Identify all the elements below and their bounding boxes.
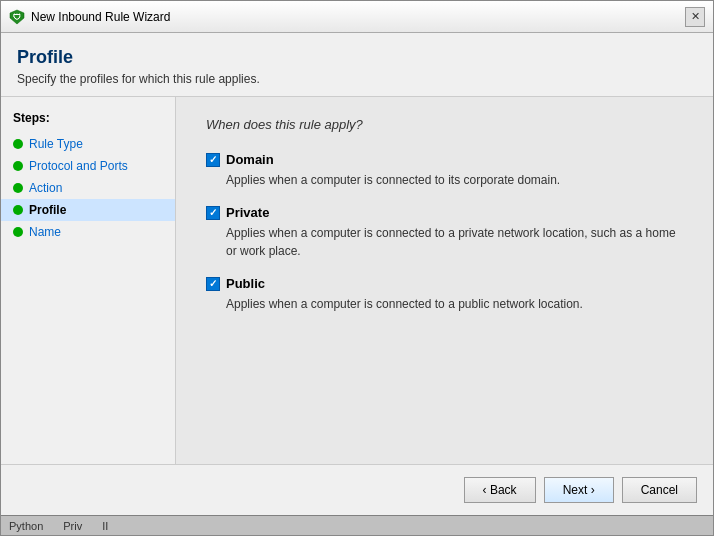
domain-checkbox[interactable] (206, 153, 220, 167)
private-description: Applies when a computer is connected to … (206, 224, 683, 260)
domain-description: Applies when a computer is connected to … (206, 171, 683, 189)
title-bar-left: 🛡 New Inbound Rule Wizard (9, 9, 170, 25)
sidebar-item-profile[interactable]: Profile (1, 199, 175, 221)
step-label-action: Action (29, 181, 62, 195)
close-button[interactable]: ✕ (685, 7, 705, 27)
public-checkbox[interactable] (206, 277, 220, 291)
domain-option-row: Domain (206, 152, 683, 167)
header-section: Profile Specify the profiles for which t… (1, 33, 713, 97)
content-question: When does this rule apply? (206, 117, 683, 132)
private-label: Private (226, 205, 269, 220)
step-label-rule-type: Rule Type (29, 137, 83, 151)
content-area: When does this rule apply? Domain Applie… (176, 97, 713, 464)
next-button[interactable]: Next › (544, 477, 614, 503)
title-bar: 🛡 New Inbound Rule Wizard ✕ (1, 1, 713, 33)
step-dot-protocol-ports (13, 161, 23, 171)
back-button[interactable]: ‹ Back (464, 477, 536, 503)
window-title: New Inbound Rule Wizard (31, 10, 170, 24)
taskbar-priv: Priv (63, 520, 82, 532)
footer: ‹ Back Next › Cancel (1, 464, 713, 515)
page-title: Profile (17, 47, 697, 68)
public-option: Public Applies when a computer is connec… (206, 276, 683, 313)
taskbar-python: Python (9, 520, 43, 532)
taskbar-ii: II (102, 520, 108, 532)
public-label: Public (226, 276, 265, 291)
sidebar-item-action[interactable]: Action (1, 177, 175, 199)
step-dot-rule-type (13, 139, 23, 149)
page-subtitle: Specify the profiles for which this rule… (17, 72, 697, 86)
window-body: Profile Specify the profiles for which t… (1, 33, 713, 515)
sidebar-item-rule-type[interactable]: Rule Type (1, 133, 175, 155)
step-dot-profile (13, 205, 23, 215)
domain-label: Domain (226, 152, 274, 167)
sidebar-item-protocol-ports[interactable]: Protocol and Ports (1, 155, 175, 177)
step-dot-name (13, 227, 23, 237)
cancel-button[interactable]: Cancel (622, 477, 697, 503)
wizard-icon: 🛡 (9, 9, 25, 25)
svg-text:🛡: 🛡 (13, 13, 21, 22)
private-checkbox[interactable] (206, 206, 220, 220)
step-label-name: Name (29, 225, 61, 239)
public-description: Applies when a computer is connected to … (206, 295, 683, 313)
public-option-row: Public (206, 276, 683, 291)
sidebar-item-name[interactable]: Name (1, 221, 175, 243)
step-dot-action (13, 183, 23, 193)
step-label-protocol-ports: Protocol and Ports (29, 159, 128, 173)
sidebar: Steps: Rule Type Protocol and Ports Acti… (1, 97, 176, 464)
step-label-profile: Profile (29, 203, 66, 217)
main-content: Steps: Rule Type Protocol and Ports Acti… (1, 97, 713, 464)
steps-label: Steps: (1, 107, 175, 133)
domain-option: Domain Applies when a computer is connec… (206, 152, 683, 189)
private-option: Private Applies when a computer is conne… (206, 205, 683, 260)
wizard-window: 🛡 New Inbound Rule Wizard ✕ Profile Spec… (0, 0, 714, 536)
taskbar-hint: Python Priv II (1, 515, 713, 535)
private-option-row: Private (206, 205, 683, 220)
